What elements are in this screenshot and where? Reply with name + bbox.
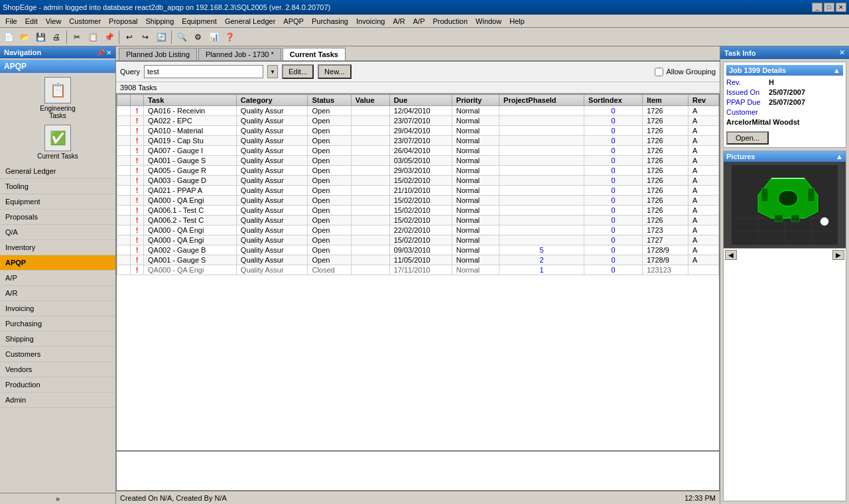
query-input[interactable]: [144, 65, 263, 78]
col-header-sort[interactable]: SortIndex: [584, 95, 643, 106]
toolbar-export[interactable]: 📊: [206, 30, 221, 44]
col-header-phase[interactable]: ProjectPhaseId: [499, 95, 584, 106]
nav-expand-arrow[interactable]: »: [0, 493, 115, 504]
table-row[interactable]: ! QA001 - Gauge S Quality Assur Open 03/…: [117, 156, 719, 166]
sidebar-item-shipping[interactable]: Shipping: [0, 332, 115, 347]
table-row[interactable]: ! QA000 - QA Engi Quality Assur Open 22/…: [117, 225, 719, 235]
menu-purchasing[interactable]: Purchasing: [308, 16, 352, 27]
pic-prev-button[interactable]: ◀: [725, 250, 737, 260]
sidebar-item-production[interactable]: Production: [0, 377, 115, 393]
col-header-due[interactable]: Due: [389, 95, 452, 106]
menu-invoicing[interactable]: Invoicing: [352, 16, 389, 27]
cell-category: Quality Assur: [236, 235, 308, 245]
menu-file[interactable]: File: [1, 16, 21, 27]
sidebar-item-ar[interactable]: A/R: [0, 286, 115, 301]
table-row[interactable]: ! QA005 - Gauge R Quality Assur Open 29/…: [117, 166, 719, 176]
maximize-button[interactable]: □: [824, 3, 834, 12]
col-header-check[interactable]: [117, 95, 131, 106]
menu-equipment[interactable]: Equipment: [178, 16, 221, 27]
toolbar-filter[interactable]: ⚙: [190, 30, 205, 44]
table-row[interactable]: ! QA022 - EPC Quality Assur Open 23/07/2…: [117, 116, 719, 126]
toolbar-open[interactable]: 📂: [17, 30, 32, 44]
cell-item: 1726: [643, 146, 688, 156]
sidebar-item-vendors[interactable]: Vendors: [0, 362, 115, 377]
new-button[interactable]: New...: [318, 64, 352, 79]
toolbar-help[interactable]: ❓: [222, 30, 237, 44]
col-header-task[interactable]: Task: [144, 95, 237, 106]
toolbar-redo[interactable]: ↪: [138, 30, 153, 44]
table-row[interactable]: ! QA007 - Gauge I Quality Assur Open 26/…: [117, 146, 719, 156]
toolbar-paste[interactable]: 📌: [101, 30, 116, 44]
menu-general-ledger[interactable]: General Ledger: [221, 16, 279, 27]
sidebar-item-invoicing[interactable]: Invoicing: [0, 301, 115, 316]
col-header-category[interactable]: Category: [236, 95, 308, 106]
toolbar-save[interactable]: 💾: [33, 30, 48, 44]
sidebar-item-apqp[interactable]: APQP: [0, 255, 115, 271]
menu-customer[interactable]: Customer: [65, 16, 105, 27]
table-row[interactable]: ! QA016 - Receivin Quality Assur Open 12…: [117, 106, 719, 116]
sidebar-item-qa[interactable]: Q/A: [0, 225, 115, 240]
col-header-item[interactable]: Item: [643, 95, 688, 106]
table-container[interactable]: Task Category Status Value Due Priority …: [116, 94, 720, 451]
nav-close-button[interactable]: ✕: [106, 49, 111, 56]
table-row[interactable]: ! QA000 - QA Engi Quality Assur Open 15/…: [117, 196, 719, 206]
col-header-priority[interactable]: Priority: [452, 95, 499, 106]
sidebar-item-equipment[interactable]: Equipment: [0, 194, 115, 210]
col-header-status[interactable]: Status: [308, 95, 351, 106]
sidebar-item-inventory[interactable]: Inventory: [0, 240, 115, 255]
allow-grouping-checkbox[interactable]: [655, 68, 663, 76]
pictures-collapse-icon[interactable]: ▲: [836, 153, 843, 160]
collapse-icon[interactable]: ▲: [833, 66, 840, 74]
toolbar-new[interactable]: 📄: [1, 30, 16, 44]
task-info-close-button[interactable]: ✕: [839, 48, 845, 57]
table-row[interactable]: ! QA000 - QA Engi Quality Assur Closed 1…: [117, 265, 719, 275]
table-row[interactable]: ! QA000 - QA Engi Quality Assur Open 15/…: [117, 235, 719, 245]
col-header-flag[interactable]: [131, 95, 144, 106]
tab-current-tasks[interactable]: Current Tasks: [283, 48, 346, 60]
col-header-rev[interactable]: Rev: [688, 95, 719, 106]
menu-shipping[interactable]: Shipping: [141, 16, 178, 27]
open-button[interactable]: Open...: [726, 131, 769, 145]
table-row[interactable]: ! QA019 - Cap Stu Quality Assur Open 23/…: [117, 136, 719, 146]
toolbar-undo[interactable]: ↩: [122, 30, 137, 44]
tab-planned-job[interactable]: Planned Job - 1730 *: [198, 48, 281, 60]
toolbar-refresh[interactable]: 🔄: [154, 30, 168, 44]
menu-help[interactable]: Help: [505, 16, 529, 27]
table-row[interactable]: ! QA006.2 - Test C Quality Assur Open 15…: [117, 216, 719, 225]
tab-planned-job-listing[interactable]: Planned Job Listing: [119, 48, 197, 60]
toolbar-search[interactable]: 🔍: [174, 30, 189, 44]
sidebar-item-admin[interactable]: Admin: [0, 393, 115, 408]
nav-item-engineering[interactable]: 📋 Engineering Tasks: [31, 76, 84, 121]
menu-window[interactable]: Window: [472, 16, 505, 27]
sidebar-item-purchasing[interactable]: Purchasing: [0, 316, 115, 332]
sidebar-item-general-ledger[interactable]: General Ledger: [0, 164, 115, 179]
sidebar-item-proposals[interactable]: Proposals: [0, 210, 115, 225]
toolbar-cut[interactable]: ✂: [70, 30, 84, 44]
nav-pin-button[interactable]: 📌: [97, 49, 105, 56]
toolbar-copy[interactable]: 📋: [86, 30, 100, 44]
minimize-button[interactable]: _: [812, 3, 822, 12]
pic-next-button[interactable]: ▶: [832, 250, 844, 260]
query-dropdown[interactable]: ▼: [267, 65, 278, 78]
sidebar-item-tooling[interactable]: Tooling: [0, 179, 115, 194]
menu-production[interactable]: Production: [428, 16, 472, 27]
table-row[interactable]: ! QA010 - Material Quality Assur Open 29…: [117, 126, 719, 136]
menu-ap[interactable]: A/P: [409, 16, 429, 27]
table-row[interactable]: ! QA021 - PPAP A Quality Assur Open 21/1…: [117, 186, 719, 196]
close-button[interactable]: ✕: [836, 3, 846, 12]
sidebar-item-customers[interactable]: Customers: [0, 347, 115, 362]
edit-button[interactable]: Edit...: [282, 64, 314, 79]
table-row[interactable]: ! QA002 - Gauge B Quality Assur Open 09/…: [117, 245, 719, 255]
col-header-value[interactable]: Value: [351, 95, 389, 106]
toolbar-print[interactable]: 🖨: [49, 30, 64, 44]
table-row[interactable]: ! QA001 - Gauge S Quality Assur Open 11/…: [117, 255, 719, 265]
menu-proposal[interactable]: Proposal: [105, 16, 141, 27]
nav-item-current-tasks[interactable]: ✅ Current Tasks: [31, 123, 84, 161]
menu-apqp[interactable]: APQP: [279, 16, 308, 27]
sidebar-item-ap[interactable]: A/P: [0, 271, 115, 286]
menu-view[interactable]: View: [42, 16, 66, 27]
menu-ar[interactable]: A/R: [389, 16, 409, 27]
table-row[interactable]: ! QA003 - Gauge D Quality Assur Open 15/…: [117, 176, 719, 186]
menu-edit[interactable]: Edit: [21, 16, 42, 27]
table-row[interactable]: ! QA006.1 - Test C Quality Assur Open 15…: [117, 206, 719, 216]
